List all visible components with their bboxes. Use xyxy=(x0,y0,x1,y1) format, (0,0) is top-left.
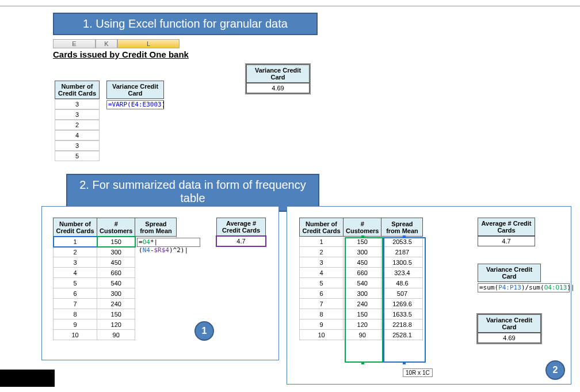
header-variance-credit-card: Variance Credit Card xyxy=(106,81,164,99)
table-number-credit-cards: Number of Credit Cards 3 3 2 4 3 5 xyxy=(55,81,100,161)
hdr-spread: Spread from Mean xyxy=(381,218,423,237)
cell-c[interactable]: 660 xyxy=(97,268,135,278)
cell[interactable]: 3 xyxy=(55,140,100,151)
cell-c[interactable]: 240 xyxy=(97,299,135,309)
average-box-left: Average # Credit Cards 4.7 xyxy=(216,218,266,246)
hdr-avg: Average # Credit Cards xyxy=(216,218,266,236)
header-num-cc: Number of Credit Cards xyxy=(55,81,100,99)
cell-n[interactable]: 1 xyxy=(300,237,344,247)
cell[interactable]: 3 xyxy=(55,99,100,109)
hdr-avg: Average # Credit Cards xyxy=(478,218,535,236)
cell-c[interactable]: 90 xyxy=(344,330,381,340)
formula-spread[interactable]: =O4*|(N4-$R$4)^2)| xyxy=(137,238,200,247)
cell-c[interactable]: 150 xyxy=(97,237,135,247)
variance-result-right: Variance Credit Card 4.69 xyxy=(478,314,541,343)
cell-n[interactable]: 8 xyxy=(300,309,344,319)
cell[interactable]: 5 xyxy=(55,151,100,161)
cell-c[interactable]: 540 xyxy=(344,278,381,288)
header-cell: Variance Credit Card xyxy=(106,81,164,99)
cell-s[interactable]: 2187 xyxy=(381,247,423,257)
variance-result-box: Variance Credit Card 4.69 xyxy=(246,64,310,93)
cell-c[interactable]: 300 xyxy=(97,288,135,299)
formula-variance-ratio[interactable]: =sum(P4:P13)/sum(O4:O13)| xyxy=(478,283,570,292)
cell-c[interactable]: 300 xyxy=(97,247,135,257)
variance-value[interactable]: 4.69 xyxy=(246,83,310,93)
cell-n[interactable]: 3 xyxy=(54,257,97,268)
cell-c[interactable]: 150 xyxy=(344,309,381,319)
hdr-cust: # Customers xyxy=(97,218,135,237)
cell-c[interactable]: 240 xyxy=(344,299,381,309)
cell-n[interactable]: 4 xyxy=(54,268,97,278)
cell-n[interactable]: 5 xyxy=(54,278,97,288)
cell-n[interactable]: 10 xyxy=(300,330,344,340)
redacted-block xyxy=(0,370,55,387)
avg-value[interactable]: 4.7 xyxy=(478,236,535,246)
cell-n[interactable]: 8 xyxy=(54,309,97,319)
cell-c[interactable]: 450 xyxy=(344,257,381,268)
freq-table-left: Number of Credit Cards # Customers Sprea… xyxy=(53,218,177,340)
col-header-k[interactable]: K xyxy=(96,39,117,48)
cell-n[interactable]: 2 xyxy=(54,247,97,257)
hdr-ncc: Number of Credit Cards xyxy=(54,218,97,237)
cell-n[interactable]: 9 xyxy=(300,319,344,330)
cell-c[interactable]: 120 xyxy=(344,319,381,330)
cell-c[interactable]: 540 xyxy=(97,278,135,288)
header-variance: Variance Credit Card xyxy=(246,64,310,83)
hdr-var: Variance Credit Card xyxy=(478,264,541,282)
cell-s[interactable]: 2528.1 xyxy=(381,330,423,340)
variance-header-right: Variance Credit Card xyxy=(478,264,541,282)
hdr-spread: Spread from Mean xyxy=(135,218,177,237)
hdr-ncc: Number of Credit Cards xyxy=(300,218,344,237)
cell-c[interactable]: 660 xyxy=(344,268,381,278)
cell-n[interactable]: 7 xyxy=(300,299,344,309)
avg-value[interactable]: 4.7 xyxy=(216,236,266,246)
selection-handle-icon xyxy=(403,361,406,364)
cell[interactable]: 3 xyxy=(55,109,100,120)
cell[interactable]: 4 xyxy=(55,130,100,140)
step-badge-1: 1 xyxy=(194,321,214,341)
cell-n[interactable]: 9 xyxy=(54,319,97,330)
selection-size-indicator: 10R x 1C xyxy=(403,368,433,377)
col-header-e[interactable]: E xyxy=(53,39,96,48)
average-box-right: Average # Credit Cards 4.7 xyxy=(478,218,535,246)
cell-n[interactable]: 5 xyxy=(300,278,344,288)
cell-c[interactable]: 300 xyxy=(344,247,381,257)
selection-handle-icon xyxy=(361,235,364,238)
cell-n[interactable]: 3 xyxy=(300,257,344,268)
cell-c[interactable]: 120 xyxy=(97,319,135,330)
cell-s[interactable]: 48.6 xyxy=(381,278,423,288)
cell-s[interactable]: 323.4 xyxy=(381,268,423,278)
cell[interactable]: 2 xyxy=(55,120,100,130)
cell-n[interactable]: 1 xyxy=(54,237,97,247)
top-rule xyxy=(0,6,580,6)
subtitle: Cards issued by Credit One bank xyxy=(53,50,189,59)
formula-varp[interactable]: =VARP(E4:E3003) xyxy=(106,100,164,109)
cell-n[interactable]: 10 xyxy=(54,330,97,340)
selection-handle-icon xyxy=(361,361,364,364)
cell-s[interactable]: 2053.5 xyxy=(381,237,423,247)
cell-c[interactable]: 90 xyxy=(97,330,135,340)
cell-c[interactable]: 450 xyxy=(97,257,135,268)
hdr-cust: # Customers xyxy=(344,218,381,237)
cell-c[interactable]: 150 xyxy=(97,309,135,319)
excel-column-headers: E K L xyxy=(53,39,180,48)
cell-n[interactable]: 2 xyxy=(300,247,344,257)
cell-n[interactable]: 7 xyxy=(54,299,97,309)
cell-s[interactable]: 1633.5 xyxy=(381,309,423,319)
cell-s[interactable]: 1300.5 xyxy=(381,257,423,268)
cell-c[interactable]: 300 xyxy=(344,288,381,299)
cell-n[interactable]: 4 xyxy=(300,268,344,278)
col-header-l-selected[interactable]: L xyxy=(117,39,180,48)
cell-n[interactable]: 6 xyxy=(54,288,97,299)
cell-n[interactable]: 6 xyxy=(300,288,344,299)
cell-s[interactable]: 1269.6 xyxy=(381,299,423,309)
hdr-var: Variance Credit Card xyxy=(478,314,541,333)
variance-value[interactable]: 4.69 xyxy=(478,333,541,343)
cell-s[interactable]: 507 xyxy=(381,288,423,299)
step-badge-2: 2 xyxy=(545,360,565,380)
banner-section-1: 1. Using Excel function for granular dat… xyxy=(53,13,318,35)
cell-s[interactable]: 2218.8 xyxy=(381,319,423,330)
selection-handle-icon xyxy=(403,235,406,238)
